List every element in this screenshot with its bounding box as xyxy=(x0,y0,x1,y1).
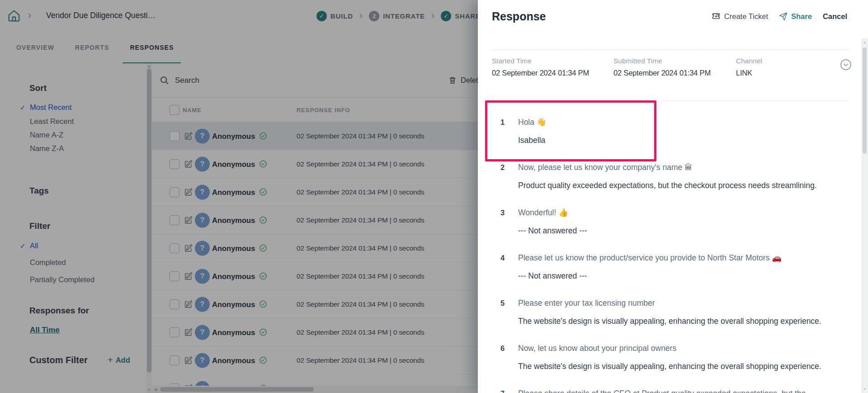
question-number: 1 xyxy=(500,117,505,128)
answer-text: --- Not answered --- xyxy=(518,270,587,281)
question-text: Now, please let us know your company's n… xyxy=(518,162,693,173)
answer-text: Isabella xyxy=(518,135,545,146)
question-number: 7 xyxy=(500,388,505,393)
question-number: 3 xyxy=(500,207,505,218)
answer-text: --- Not answered --- xyxy=(518,225,587,236)
response-panel: Response Create Ticket Share Cancel xyxy=(478,0,868,393)
question-number: 6 xyxy=(500,343,505,354)
answer-text: The website's design is visually appeali… xyxy=(518,316,821,327)
question-text: Please let us know the product/service y… xyxy=(518,252,782,263)
highlight-box xyxy=(485,100,656,161)
question-text: Hola 👋 xyxy=(518,117,547,128)
question-number: 4 xyxy=(500,252,505,263)
qa-list: 1Hola 👋Isabella2Now, please let us know … xyxy=(478,0,868,393)
scroll-up-icon[interactable]: ▲ xyxy=(861,40,868,44)
question-text: Wonderful! 👍 xyxy=(518,207,568,218)
answer-text: The website's design is visually appeali… xyxy=(518,361,821,372)
question-number: 2 xyxy=(500,162,505,173)
question-text: Please share details of the CEO at Produ… xyxy=(518,388,806,393)
question-number: 5 xyxy=(500,298,505,308)
question-text: Now, let us know about your principal ow… xyxy=(518,343,676,354)
panel-scrollbar[interactable]: ▲ ▼ xyxy=(861,38,868,393)
app-window: › Vendor Due Diligence Questi… ✓ BUILD ›… xyxy=(0,0,868,393)
answer-text: Product quality exceeded expectations, b… xyxy=(518,180,817,191)
question-text: Please enter your tax licensing number xyxy=(518,298,655,308)
scrollbar-thumb[interactable] xyxy=(863,47,867,154)
scroll-down-icon[interactable]: ▼ xyxy=(861,387,868,391)
